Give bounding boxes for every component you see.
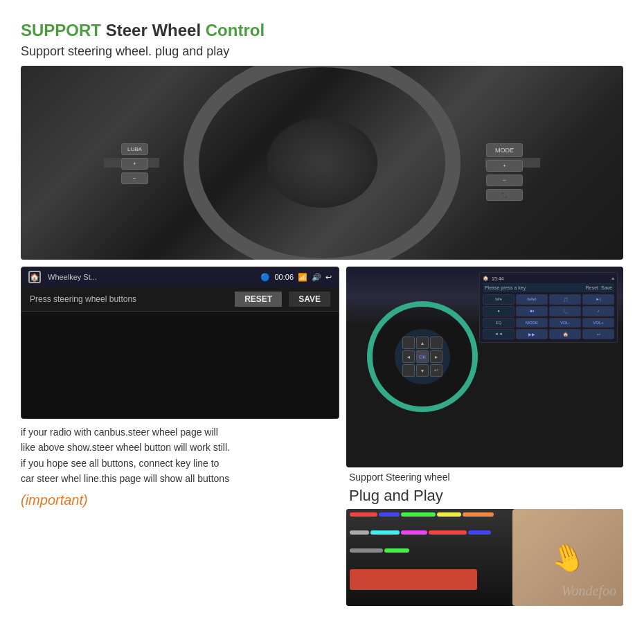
sw-buttons-left: LUBA + −: [121, 143, 148, 184]
app-name: Wheelkey St...: [48, 273, 97, 281]
android-content-bar: Press steering wheel buttons RESET SAVE: [21, 287, 339, 312]
right-top-image: 🏠 15:44 ≡ Please press a key Reset Save …: [346, 267, 623, 467]
text-line3: if you hope see all buttons, connect key…: [21, 456, 339, 471]
mini-btn-rew: ◄◄: [483, 329, 515, 339]
save-button[interactable]: SAVE: [289, 292, 330, 307]
title-section: SUPPORT Steer Wheel Control Support stee…: [21, 21, 623, 59]
android-main-area: [21, 312, 339, 419]
page-container: SUPPORT Steer Wheel Control Support stee…: [0, 0, 644, 644]
mini-btn-dot: ●: [483, 306, 515, 316]
dpad-down: ▼: [416, 364, 429, 377]
support-steering-label: Support Steering wheel: [346, 472, 450, 483]
mini-btn-mode: MODE: [516, 318, 548, 328]
mini-btn-mx: M/♦: [483, 294, 515, 305]
sw-center: [267, 118, 377, 208]
mini-prompt-bar: Please press a key Reset Save: [483, 283, 614, 292]
status-icons: 🔵 00:06 📶 🔊 ↩: [260, 273, 332, 282]
title-steer: Steer Wheel: [106, 21, 206, 39]
mini-status-bar: 🏠 15:44 ≡: [483, 276, 614, 281]
sw-green-circle-container: ▲ ◄ OK ► ▼ ↩: [360, 294, 485, 419]
sw-buttons-right: MODE + − 📞: [486, 143, 523, 201]
mini-btn-play: ►|: [582, 294, 614, 305]
wire-red: [350, 512, 377, 517]
sw-plus-btn: +: [486, 160, 523, 172]
text-description: if your radio with canbus.steer wheel pa…: [21, 424, 339, 487]
instruction-text: Press steering wheel buttons: [30, 294, 136, 304]
mini-btn-navi: NAVI: [516, 294, 548, 305]
android-mini-ui: 🏠 15:44 ≡ Please press a key Reset Save …: [479, 272, 618, 343]
mini-btn-voldown: VOL-: [549, 318, 581, 328]
wire-gray: [350, 530, 369, 535]
wire-blue: [379, 512, 400, 517]
dpad-empty2: [430, 337, 442, 349]
wire-red2: [429, 530, 467, 535]
wifi-icon: 📶: [298, 273, 307, 282]
wire-cyan: [370, 530, 400, 535]
mini-btn-volup: VOL+: [582, 318, 614, 328]
sw-minus-btn: −: [486, 175, 523, 186]
mini-btn-cam: 🎵: [549, 294, 581, 305]
plug-and-play-label: Plug and Play: [346, 487, 443, 505]
volume-icon: 🔊: [312, 273, 321, 282]
dpad-left: ◄: [402, 350, 415, 363]
wire-green2: [384, 548, 409, 553]
title-control: Control: [206, 21, 265, 39]
bottom-section: 🏠 Wheelkey St... 🔵 00:06 📶 🔊 ↩ Press ste…: [21, 267, 623, 630]
mini-save-label: Save: [601, 285, 612, 290]
sw-inner-circle: ▲ ◄ OK ► ▼ ↩: [395, 329, 450, 384]
mini-btn-home: 🏠: [549, 329, 581, 339]
text-line4: car steer whel line.this page will show …: [21, 471, 339, 486]
text-line1: if your radio with canbus.steer wheel pa…: [21, 424, 339, 440]
dpad-right: ►: [430, 350, 442, 363]
back-icon: ↩: [325, 273, 332, 282]
dpad-empty3: [402, 364, 415, 377]
mini-btn-next: ♪: [582, 306, 614, 316]
left-panel: 🏠 Wheelkey St... 🔵 00:06 📶 🔊 ↩ Press ste…: [21, 267, 339, 630]
android-ui-screenshot: 🏠 Wheelkey St... 🔵 00:06 📶 🔊 ↩ Press ste…: [21, 267, 339, 419]
title-support: SUPPORT: [21, 21, 101, 39]
sw-left-btn2: +: [121, 158, 148, 170]
sw-left-btn3: −: [121, 172, 148, 184]
wire-orange: [463, 512, 494, 517]
wire-blue2: [468, 530, 491, 535]
text-line2: like above show.steer wheel button will …: [21, 440, 339, 455]
red-connector-block: [350, 569, 477, 590]
mini-btn-phone: 📞: [549, 306, 581, 316]
steering-wheel-photo: MODE + − 📞 LUBA + −: [21, 66, 623, 260]
mini-time: 15:44: [492, 276, 504, 281]
wire-purple: [401, 530, 427, 535]
bluetooth-icon: 🔵: [260, 273, 270, 282]
wire-green: [401, 512, 436, 517]
wires-connector-image: 🤚 Wondefoo: [346, 509, 623, 606]
important-label: (important): [21, 492, 339, 508]
home-icon: 🏠: [28, 271, 41, 283]
android-status-bar: 🏠 Wheelkey St... 🔵 00:06 📶 🔊 ↩: [21, 267, 339, 287]
mini-button-grid: M/♦ NAVI 🎵 ►| ● ⏮ 📞 ♪ EQ MODE VOL- VOL+ …: [483, 294, 614, 339]
wires-visual: [346, 509, 512, 606]
mini-home: 🏠: [483, 276, 489, 281]
right-panel: 🏠 15:44 ≡ Please press a key Reset Save …: [346, 267, 623, 630]
mini-prompt: Please press a key: [485, 285, 526, 290]
mini-btn-ff: ▶▶: [516, 329, 548, 339]
subtitle: Support steering wheel. plug and play: [21, 44, 623, 59]
wire-yellow: [437, 512, 461, 517]
sw-left-btn1: LUBA: [121, 143, 148, 155]
watermark: Wondefoo: [562, 583, 616, 599]
dpad-back: ↩: [430, 364, 442, 377]
sw-overlay: ▲ ◄ OK ► ▼ ↩: [360, 294, 485, 419]
mini-btn-prev: ⏮: [516, 306, 548, 316]
main-title: SUPPORT Steer Wheel Control: [21, 21, 623, 40]
mini-menu: ≡: [611, 276, 614, 281]
hand-emoji: 🤚: [546, 536, 589, 578]
time-display: 00:06: [274, 273, 294, 281]
wire-dark: [350, 548, 383, 553]
mini-btn-eq: EQ: [483, 318, 515, 328]
mini-reset-label: Reset: [586, 285, 598, 290]
sw-mode-btn: MODE: [486, 143, 523, 157]
dpad-empty1: [402, 337, 415, 349]
mini-btn-back: ↩: [582, 329, 614, 339]
sw-phone-btn: 📞: [486, 189, 523, 201]
dpad: ▲ ◄ OK ► ▼ ↩: [402, 337, 442, 377]
dpad-ok: OK: [416, 350, 429, 363]
reset-button[interactable]: RESET: [235, 292, 282, 307]
